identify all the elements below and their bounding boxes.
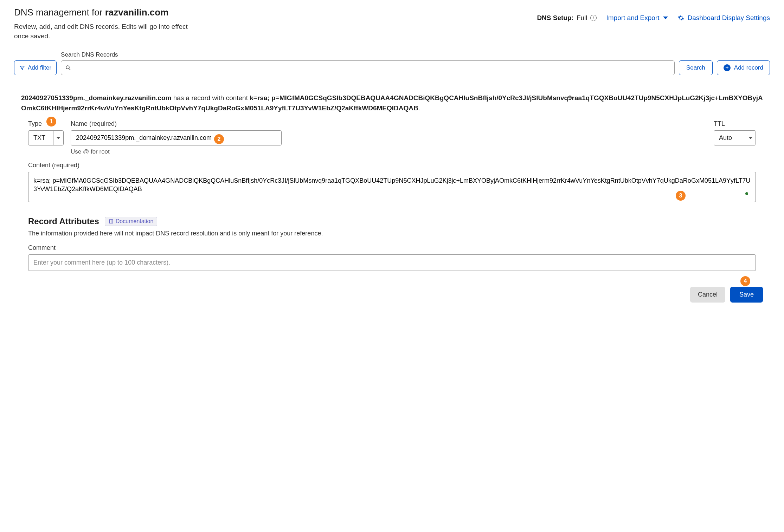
comment-label: Comment [28, 244, 756, 252]
ttl-label: TTL [714, 120, 756, 128]
annotation-badge-2: 2 [214, 134, 224, 144]
search-button[interactable]: Search [679, 60, 713, 75]
svg-point-0 [66, 66, 69, 69]
add-filter-button[interactable]: Add filter [14, 60, 57, 75]
name-label: Name (required) [71, 120, 707, 128]
filter-icon [19, 65, 25, 71]
gear-icon [678, 15, 684, 21]
page-title: DNS management for razvanilin.com [14, 7, 197, 18]
name-hint: Use @ for root [71, 148, 707, 155]
cancel-button[interactable]: Cancel [690, 287, 725, 303]
type-label: Type [28, 120, 64, 128]
display-settings-link[interactable]: Dashboard Display Settings [678, 14, 770, 22]
add-record-button[interactable]: + Add record [717, 60, 770, 75]
annotation-badge-1: 1 [46, 117, 56, 126]
chevron-down-icon [746, 131, 756, 145]
documentation-link[interactable]: Documentation [105, 217, 158, 226]
import-export-label: Import and Export [606, 14, 660, 22]
search-label: Search DNS Records [61, 51, 675, 58]
type-value: TXT [28, 131, 53, 145]
display-settings-label: Dashboard Display Settings [688, 14, 770, 22]
import-export-dropdown[interactable]: Import and Export [606, 14, 668, 22]
title-prefix: DNS management for [14, 7, 105, 18]
record-summary-name: 20240927051339pm._domainkey.razvanilin.c… [21, 94, 171, 102]
chevron-down-icon [53, 131, 63, 145]
search-icon [65, 65, 71, 71]
search-input[interactable] [61, 60, 675, 75]
page-subtitle: Review, add, and edit DNS records. Edits… [14, 22, 197, 41]
plus-icon: + [724, 64, 731, 71]
record-summary-mid: has a record with content [171, 94, 250, 102]
annotation-badge-3: 3 [676, 191, 686, 201]
chevron-down-icon [663, 17, 668, 19]
record-summary: 20240927051339pm._domainkey.razvanilin.c… [21, 86, 763, 113]
add-filter-label: Add filter [28, 64, 51, 71]
divider [21, 210, 763, 210]
annotation-badge-4: 4 [740, 276, 750, 286]
dns-setup-label: DNS Setup: [537, 14, 574, 22]
save-button[interactable]: Save [730, 287, 763, 303]
documentation-label: Documentation [116, 218, 154, 225]
content-textarea[interactable] [28, 172, 756, 202]
type-select[interactable]: TXT [28, 130, 64, 145]
ttl-value: Auto [714, 131, 746, 145]
book-icon [109, 219, 114, 224]
title-domain: razvanilin.com [105, 7, 169, 18]
dns-setup-value: Full [577, 14, 587, 22]
name-input[interactable] [71, 130, 282, 145]
content-label: Content (required) [28, 162, 756, 169]
info-icon[interactable]: i [590, 15, 597, 21]
attributes-title: Record Attributes [28, 216, 99, 226]
svg-line-1 [69, 69, 70, 70]
dns-setup: DNS Setup: Full i [537, 14, 596, 22]
ttl-select[interactable]: Auto [714, 130, 756, 145]
add-record-label: Add record [734, 64, 763, 71]
attributes-description: The information provided here will not i… [28, 230, 756, 237]
comment-input[interactable] [28, 254, 756, 271]
